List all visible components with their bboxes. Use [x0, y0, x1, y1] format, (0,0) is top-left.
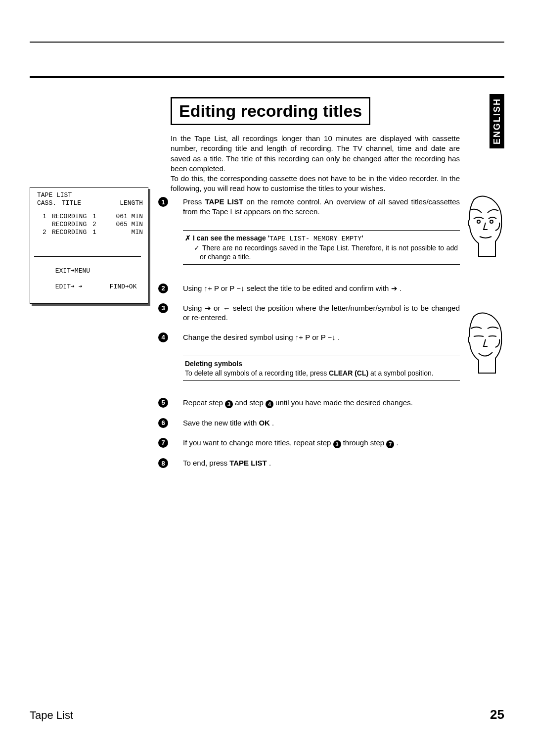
col-title: TITLE [62, 199, 106, 207]
page-title: Editing recording titles [171, 97, 370, 125]
callout2-post: at a symbol position. [368, 369, 434, 377]
col-length: LENGTH [106, 199, 143, 207]
cell-title: RECORDING [52, 213, 92, 221]
deleting-symbols-callout: Deleting symbols To delete all symbols o… [183, 356, 460, 380]
step7-pre: If you want to change more titles, repea… [183, 438, 333, 447]
step-8: 8 To end, press TAPE LIST . [158, 458, 460, 468]
step-badge-icon: 3 [158, 303, 168, 313]
step-badge-icon: 2 [158, 284, 168, 293]
step7-mid: through step [341, 438, 387, 447]
step-badge-icon: 5 [158, 398, 168, 408]
tape-list-key: TAPE LIST [229, 459, 267, 467]
table-row: 1 RECORDING 1 061 MIN [32, 213, 143, 221]
step-7: 7 If you want to change more titles, rep… [158, 438, 460, 448]
callout2-title: Deleting symbols [185, 360, 242, 368]
step6-pre: Save the new title with [183, 419, 259, 427]
cell-num: 1 [92, 213, 102, 221]
osd-title: TAPE LIST [32, 191, 143, 199]
step3-text: Using ➔ or ← select the position where t… [183, 304, 460, 322]
intro-paragraph: In the Tape List, all recordings longer … [171, 134, 460, 194]
callout-line1b: TAPE LIST- MEMORY EMPTY [269, 235, 361, 242]
col-cass: CASS. [37, 199, 62, 207]
cell-num: 2 [92, 221, 102, 229]
step-1: 1 Press TAPE LIST on the remote control.… [158, 197, 460, 265]
step-6: 6 Save the new title with OK . [158, 418, 460, 428]
footer-section-title: Tape List [30, 709, 73, 722]
inline-badge-3-icon: 3 [225, 400, 233, 408]
inline-badge-7-icon: 7 [386, 440, 394, 448]
face-illustration-icon [464, 311, 503, 375]
header-bars [30, 42, 504, 78]
callout-line1a: ✗ I can see the message ' [185, 234, 269, 242]
step-list: 1 Press TAPE LIST on the remote control.… [158, 197, 460, 478]
step-3: 3 Using ➔ or ← select the position where… [158, 303, 460, 323]
callout-line1c: ' [361, 234, 363, 242]
step-badge-icon: 1 [158, 197, 168, 207]
inline-badge-3-icon: 3 [333, 440, 341, 448]
step-2: 2 Using ↑+ P or P −↓ select the title to… [158, 284, 460, 293]
cell-len: 065 MIN [102, 221, 143, 229]
footer-edit: EDIT➔ ➔ [55, 283, 110, 291]
osd-columns: CASS. TITLE LENGTH [32, 199, 143, 207]
face-illustration-icon [464, 194, 503, 258]
tape-list-key: TAPE LIST [205, 197, 244, 206]
step2-text: Using ↑+ P or P −↓ select the title to b… [183, 284, 401, 292]
step-badge-icon: 8 [158, 458, 168, 468]
clear-key: CLEAR (CL) [329, 369, 368, 377]
cell-cass [37, 221, 52, 229]
footer-find: FIND➔OK [110, 283, 137, 290]
cell-num: 1 [92, 229, 102, 236]
step6-post: . [270, 419, 274, 427]
table-row: RECORDING 2 065 MIN [32, 221, 143, 229]
footer-exit: EXIT➔MENU [55, 267, 90, 275]
tape-list-osd: TAPE LIST CASS. TITLE LENGTH 1 RECORDING… [30, 187, 148, 304]
page-number: 25 [490, 707, 504, 722]
ok-key: OK [259, 419, 270, 427]
step8-post: . [267, 459, 271, 467]
inline-badge-4-icon: 4 [266, 400, 273, 408]
step8-pre: To end, press [183, 459, 229, 467]
step-5: 5 Repeat step 3 and step 4 until you hav… [158, 398, 460, 408]
cell-len: 061 MIN [102, 213, 143, 221]
page-footer: Tape List 25 [30, 707, 504, 722]
svg-point-0 [477, 220, 480, 223]
step-badge-icon: 4 [158, 332, 168, 342]
cell-cass: 2 [37, 229, 52, 236]
step5-post: until you have made the desired changes. [273, 398, 413, 407]
step5-mid: and step [233, 398, 266, 407]
step1-pre: Press [183, 197, 205, 206]
step-4: 4 Change the desired symbol using ↑+ P o… [158, 332, 460, 381]
svg-point-1 [490, 220, 493, 223]
cell-title: RECORDING [52, 229, 92, 236]
osd-divider [34, 256, 141, 257]
step4-text: Change the desired symbol using ↑+ P or … [183, 333, 340, 341]
language-tab: ENGLISH [490, 94, 504, 148]
memory-empty-callout: ✗ I can see the message 'TAPE LIST- MEMO… [183, 230, 460, 265]
step7-post: . [394, 438, 398, 447]
cell-cass: 1 [37, 213, 52, 221]
cell-title: RECORDING [52, 221, 92, 229]
osd-footer: EXIT➔MENU EDIT➔ ➔FIND➔OK [32, 259, 143, 299]
callout2-pre: To delete all symbols of a recording tit… [185, 369, 329, 377]
step-badge-icon: 7 [158, 438, 168, 448]
table-row: 2 RECORDING 1 MIN [32, 229, 143, 236]
intro-text: In the Tape List, all recordings longer … [171, 134, 460, 192]
step-badge-icon: 6 [158, 418, 168, 428]
step5-pre: Repeat step [183, 398, 225, 407]
cell-len: MIN [102, 229, 143, 236]
callout-line2: ✓ There are no recordings saved in the T… [194, 244, 458, 261]
